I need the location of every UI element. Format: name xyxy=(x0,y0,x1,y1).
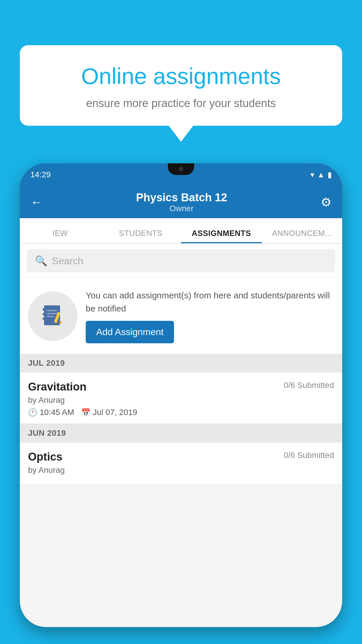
notebook-svg-icon xyxy=(40,303,66,329)
signal-icon: ▲ xyxy=(317,170,325,179)
calendar-icon: 📅 xyxy=(81,408,90,417)
assignment-submitted-optics: 0/6 Submitted xyxy=(284,451,334,460)
section-jul-2019: JUL 2019 xyxy=(20,354,342,372)
assignment-item-optics[interactable]: Optics 0/6 Submitted by Anurag xyxy=(20,442,342,484)
speech-bubble-tail xyxy=(169,126,193,142)
search-icon: 🔍 xyxy=(35,255,47,267)
clock-icon: 🕐 xyxy=(28,408,37,417)
svg-rect-2 xyxy=(43,313,46,315)
assignment-item-gravitation[interactable]: Gravitation 0/6 Submitted by Anurag 🕐 10… xyxy=(20,372,342,424)
phone-content: 🔍 Search xyxy=(20,244,342,627)
assignment-submitted: 0/6 Submitted xyxy=(284,381,334,390)
status-time: 14:29 xyxy=(30,170,51,179)
tabs-bar: IEW STUDENTS ASSIGNMENTS ANNOUNCEM... xyxy=(20,218,342,244)
notch xyxy=(168,163,194,175)
assignment-top-row-optics: Optics 0/6 Submitted xyxy=(28,451,334,463)
header-title: Physics Batch 12 xyxy=(136,191,227,204)
search-placeholder: Search xyxy=(52,255,83,267)
tab-assignments[interactable]: ASSIGNMENTS xyxy=(181,229,262,243)
assignment-time: 🕐 10:45 AM xyxy=(28,408,74,417)
svg-rect-3 xyxy=(43,318,46,320)
assignment-title-optics: Optics xyxy=(28,451,62,463)
tab-students[interactable]: STUDENTS xyxy=(101,229,181,243)
header-center: Physics Batch 12 Owner xyxy=(136,191,227,213)
svg-rect-5 xyxy=(47,313,57,314)
assignment-time-value: 10:45 AM xyxy=(40,408,74,417)
svg-rect-6 xyxy=(47,316,54,317)
app-header: ← Physics Batch 12 Owner ⚙ xyxy=(20,186,342,218)
assignment-date: 📅 Jul 07, 2019 xyxy=(81,408,137,417)
svg-rect-1 xyxy=(43,308,46,311)
gear-icon[interactable]: ⚙ xyxy=(321,195,332,209)
battery-icon: ▮ xyxy=(328,170,332,179)
assignment-promo: You can add assignment(s) from here and … xyxy=(20,278,342,354)
assignment-date-value: Jul 07, 2019 xyxy=(93,408,137,417)
status-bar: 14:29 ▾ ▲ ▮ xyxy=(20,163,342,186)
back-button[interactable]: ← xyxy=(30,195,43,209)
speech-bubble-container: Online assignments ensure more practice … xyxy=(20,45,342,142)
tab-announcements[interactable]: ANNOUNCEM... xyxy=(262,229,342,243)
assignment-author: by Anurag xyxy=(28,396,334,405)
speech-bubble: Online assignments ensure more practice … xyxy=(20,45,342,126)
svg-rect-4 xyxy=(47,310,57,311)
search-bar[interactable]: 🔍 Search xyxy=(27,249,335,272)
status-icons: ▾ ▲ ▮ xyxy=(310,170,332,179)
add-assignment-button[interactable]: Add Assignment xyxy=(86,321,174,343)
promo-description: You can add assignment(s) from here and … xyxy=(86,289,334,315)
speech-bubble-title: Online assignments xyxy=(40,63,322,90)
phone-frame: 14:29 ▾ ▲ ▮ ← Physics Batch 12 Owner ⚙ I… xyxy=(20,163,342,627)
assignment-dates: 🕐 10:45 AM 📅 Jul 07, 2019 xyxy=(28,408,334,417)
assignment-top-row: Gravitation 0/6 Submitted xyxy=(28,381,334,393)
search-bar-wrap: 🔍 Search xyxy=(20,244,342,278)
tab-iew[interactable]: IEW xyxy=(20,229,101,243)
wifi-icon: ▾ xyxy=(310,170,314,179)
promo-icon-circle xyxy=(28,291,78,341)
header-subtitle: Owner xyxy=(136,204,227,213)
assignment-author-optics: by Anurag xyxy=(28,466,334,475)
speech-bubble-subtitle: ensure more practice for your students xyxy=(40,97,322,110)
section-jun-2019: JUN 2019 xyxy=(20,424,342,442)
promo-text-area: You can add assignment(s) from here and … xyxy=(86,289,334,343)
camera xyxy=(179,167,183,172)
assignment-title: Gravitation xyxy=(28,381,87,393)
